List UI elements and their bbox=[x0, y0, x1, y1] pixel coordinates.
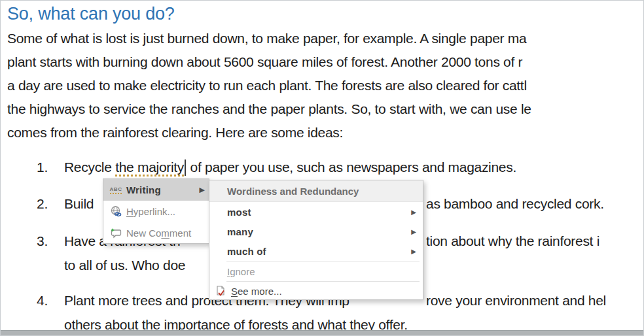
submenu-arrow-icon: ▶ bbox=[411, 228, 416, 235]
suggestion-many[interactable]: many ▶ bbox=[209, 222, 423, 241]
menu-item-ignore[interactable]: Ignore bbox=[209, 261, 423, 281]
menu-item-ignore-label: Ignore bbox=[227, 266, 255, 277]
suggestion-most-label: most bbox=[227, 207, 251, 218]
menu-item-hyperlink[interactable]: Hyperlink... bbox=[103, 201, 209, 222]
menu-item-hyperlink-label: Hyperlink... bbox=[126, 206, 205, 217]
flagged-phrase[interactable]: the majority bbox=[115, 160, 184, 176]
word-document-page: So, what can you do? Some of what is los… bbox=[0, 0, 644, 336]
list-item-4-right: rove your environment and hel bbox=[426, 293, 606, 309]
list-number: 3. bbox=[37, 233, 59, 249]
list-item-4-left-text: Plant more trees an bbox=[64, 293, 181, 308]
paragraph-line-4: the highways to service the ranches and … bbox=[7, 101, 531, 117]
writing-submenu: Wordiness and Redundancy most ▶ many ▶ m… bbox=[209, 180, 423, 300]
paragraph-line-5: comes from the rainforest clearing. Here… bbox=[7, 125, 343, 141]
list-number: 4. bbox=[37, 293, 59, 309]
menu-item-writing-label: Writing bbox=[126, 184, 200, 195]
menu-item-see-more[interactable]: See more... bbox=[209, 282, 423, 301]
suggestion-most[interactable]: most ▶ bbox=[209, 202, 423, 222]
text-cursor bbox=[185, 160, 186, 176]
list-item-2-right: as bamboo and recycled cork. bbox=[426, 196, 604, 212]
menu-item-new-comment-label: New Comment bbox=[126, 227, 205, 239]
submenu-arrow-icon: ▶ bbox=[200, 186, 205, 194]
list-item-1: Recycle the majority of paper you use, s… bbox=[64, 160, 516, 176]
see-more-proofing-icon bbox=[215, 285, 226, 297]
menu-item-see-more-label: See more... bbox=[231, 286, 282, 297]
suggestion-many-label: many bbox=[227, 226, 253, 237]
list-item-1-post: of paper you use, such as newspapers and… bbox=[187, 160, 516, 175]
list-number: 2. bbox=[37, 196, 59, 212]
suggestion-much-of-label: much of bbox=[227, 246, 266, 257]
list-number: 1. bbox=[37, 160, 59, 175]
menu-item-new-comment[interactable]: New Comment bbox=[103, 222, 209, 244]
new-comment-icon bbox=[108, 227, 124, 239]
list-item-3-right: tion about why the rainforest i bbox=[426, 233, 599, 249]
list-item-2-left: Build bbox=[64, 196, 94, 212]
paragraph-line-2: plant starts with burning down about 560… bbox=[7, 54, 522, 70]
suggestion-much-of[interactable]: much of ▶ bbox=[209, 241, 423, 261]
screenshot-bottom-edge bbox=[1, 330, 643, 335]
list-item-3-line2: to all of us. Who doe bbox=[64, 258, 185, 273]
context-menu: ABC Writing ▶ Hyperlink... bbox=[103, 178, 209, 244]
hyperlink-globe-icon bbox=[108, 205, 124, 218]
paragraph-line-1: Some of what is lost is just burned down… bbox=[7, 31, 526, 46]
submenu-arrow-icon: ▶ bbox=[411, 209, 416, 216]
menu-item-writing[interactable]: ABC Writing ▶ bbox=[103, 179, 209, 201]
list-item-1-pre: Recycle bbox=[64, 160, 115, 175]
document-heading: So, what can you do? bbox=[7, 4, 175, 24]
submenu-arrow-icon: ▶ bbox=[411, 248, 416, 255]
proofing-abc-icon: ABC bbox=[108, 186, 124, 194]
submenu-header: Wordiness and Redundancy bbox=[209, 180, 423, 202]
paragraph-line-3: a day are used to make electricity to ru… bbox=[7, 78, 527, 93]
